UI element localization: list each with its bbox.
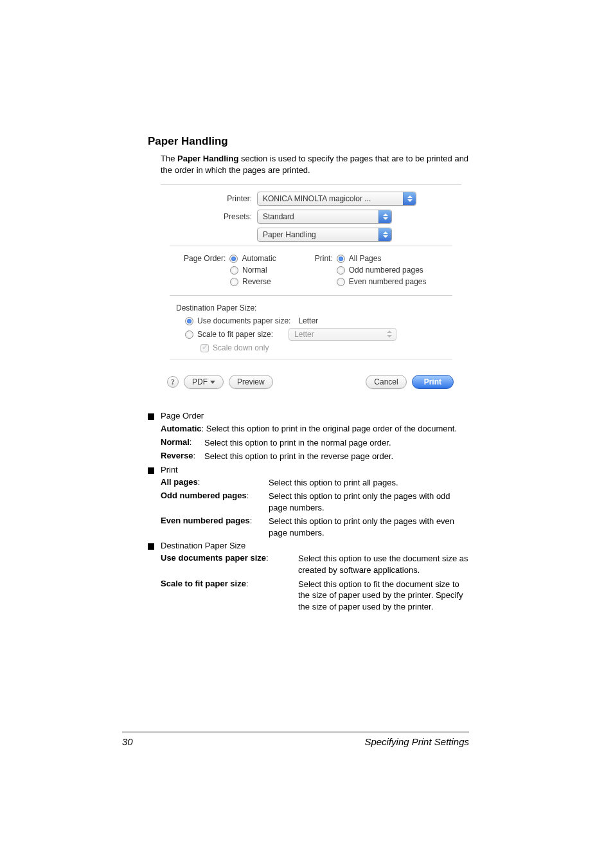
help-button[interactable]: ? xyxy=(167,376,179,388)
item-normal: Normal: Select this option to print in t… xyxy=(161,437,469,449)
radio-automatic-label: Automatic xyxy=(242,254,276,263)
intro-text: The Paper Handling section is used to sp… xyxy=(161,153,469,176)
item-automatic: Automatic: Select this option to print i… xyxy=(161,423,469,435)
page-order-label: Page Order: xyxy=(184,254,226,263)
chevron-down-icon xyxy=(210,381,215,384)
bullet-page-order-text: Page Order xyxy=(161,411,204,420)
desc-even-pages: Select this option to print only the pag… xyxy=(269,516,469,538)
radio-even-pages[interactable] xyxy=(337,278,345,286)
presets-select[interactable]: Standard xyxy=(257,210,392,224)
radio-use-doc-size[interactable] xyxy=(185,317,193,325)
term-normal: Normal xyxy=(161,437,190,447)
desc-reverse: Select this option to print in the rever… xyxy=(204,451,469,462)
desc-all-pages: Select this option to print all pages. xyxy=(269,477,469,489)
page-number: 30 xyxy=(122,736,133,747)
item-use-doc: Use documents paper size: Select this op… xyxy=(161,553,469,575)
use-doc-size-value: Letter xyxy=(298,316,318,325)
scale-paper-value: Letter xyxy=(294,330,314,339)
desc-scale-fit: Select this option to fit the document s… xyxy=(298,579,469,613)
divider xyxy=(170,246,452,246)
desc-use-doc: Select this option to use the document s… xyxy=(298,553,469,575)
term-odd-pages: Odd numbered pages xyxy=(161,491,247,500)
radio-all-pages-label: All Pages xyxy=(349,254,382,263)
radio-reverse-label: Reverse xyxy=(242,277,271,286)
printer-value: KONICA MINOLTA magicolor ... xyxy=(263,194,371,203)
preview-button[interactable]: Preview xyxy=(229,375,273,389)
cancel-label: Cancel xyxy=(374,377,398,386)
term-all-pages: All pages xyxy=(161,477,198,487)
term-even-pages: Even numbered pages xyxy=(161,516,250,525)
chevron-updown-icon xyxy=(378,210,391,223)
print-label: Print: xyxy=(315,254,333,263)
square-bullet-icon xyxy=(148,543,154,550)
radio-all-pages[interactable] xyxy=(337,255,345,263)
item-even-pages: Even numbered pages: Select this option … xyxy=(161,516,469,538)
radio-odd-pages-label: Odd numbered pages xyxy=(349,266,423,275)
term-reverse: Reverse xyxy=(161,451,193,460)
bullet-page-order: Page Order xyxy=(148,411,469,420)
radio-use-doc-size-label: Use documents paper size: xyxy=(197,316,290,325)
divider xyxy=(170,359,452,359)
section-title: Specifying Print Settings xyxy=(364,736,469,747)
intro-bold: Paper Handling xyxy=(177,154,238,163)
term-automatic: Automatic xyxy=(161,424,202,433)
page-footer: 30 Specifying Print Settings xyxy=(122,732,469,747)
panel-select[interactable]: Paper Handling xyxy=(257,228,392,242)
page-order-group: Page Order: Automatic Normal Reverse xyxy=(186,254,276,289)
chevron-updown-icon xyxy=(387,330,393,338)
radio-scale-fit-label: Scale to fit paper size: xyxy=(197,330,273,339)
square-bullet-icon xyxy=(148,467,154,474)
presets-value: Standard xyxy=(263,212,294,221)
preview-label: Preview xyxy=(237,377,265,386)
chevron-updown-icon xyxy=(403,192,416,205)
print-group: Print: All Pages Odd numbered pages Even… xyxy=(315,254,427,289)
radio-automatic[interactable] xyxy=(229,255,238,263)
desc-automatic: : Select this option to print in the ori… xyxy=(202,424,457,433)
desc-normal: Select this option to print in the norma… xyxy=(204,437,469,449)
item-odd-pages: Odd numbered pages: Select this option t… xyxy=(161,491,469,513)
presets-label: Presets: xyxy=(170,212,257,221)
item-all-pages: All pages: Select this option to print a… xyxy=(161,477,469,489)
bullet-dest: Destination Paper Size xyxy=(148,541,469,550)
radio-normal[interactable] xyxy=(230,266,238,275)
destination-label: Destination Paper Size: xyxy=(176,303,452,312)
printer-select[interactable]: KONICA MINOLTA magicolor ... xyxy=(257,192,416,206)
cancel-button[interactable]: Cancel xyxy=(366,375,406,389)
bullet-print: Print xyxy=(148,465,469,475)
item-scale-fit: Scale to fit paper size: Select this opt… xyxy=(161,579,469,613)
radio-reverse[interactable] xyxy=(230,278,238,286)
checkbox-scale-down-label: Scale down only xyxy=(213,343,269,352)
radio-scale-fit[interactable] xyxy=(185,330,193,339)
intro-pre: The xyxy=(161,154,177,163)
panel-value: Paper Handling xyxy=(263,230,316,239)
divider xyxy=(170,295,452,296)
radio-even-pages-label: Even numbered pages xyxy=(349,277,427,286)
print-button[interactable]: Print xyxy=(412,375,454,389)
section-heading: Paper Handling xyxy=(148,135,469,148)
scale-paper-select: Letter xyxy=(289,328,396,341)
checkbox-scale-down xyxy=(200,344,209,352)
term-scale-fit: Scale to fit paper size xyxy=(161,579,246,588)
radio-normal-label: Normal xyxy=(242,266,267,275)
bullet-print-text: Print xyxy=(161,465,178,475)
chevron-updown-icon xyxy=(378,228,391,241)
bullet-dest-text: Destination Paper Size xyxy=(161,541,245,550)
item-reverse: Reverse: Select this option to print in … xyxy=(161,451,469,462)
desc-odd-pages: Select this option to print only the pag… xyxy=(269,491,469,513)
square-bullet-icon xyxy=(148,413,154,420)
print-label: Print xyxy=(424,377,441,386)
radio-odd-pages[interactable] xyxy=(337,266,345,275)
pdf-button[interactable]: PDF xyxy=(184,375,224,389)
term-use-doc: Use documents paper size xyxy=(161,553,266,563)
footer-divider xyxy=(122,732,469,732)
pdf-label: PDF xyxy=(192,377,208,386)
printer-label: Printer: xyxy=(170,194,257,203)
print-dialog: Printer: KONICA MINOLTA magicolor ... Pr… xyxy=(161,185,461,394)
